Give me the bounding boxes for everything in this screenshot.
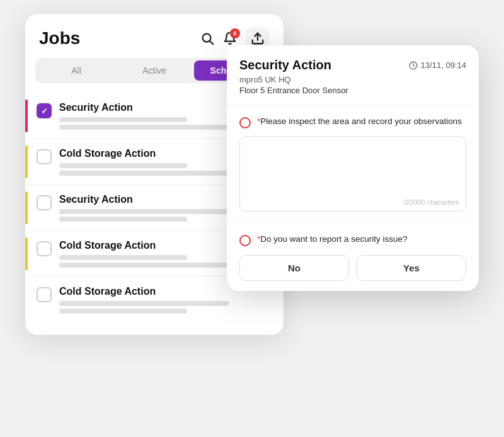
detail-title-row: Security Action 13/11, 09:14 bbox=[239, 58, 466, 72]
detail-sublocation: Floor 5 Entrance Door Sensor bbox=[239, 86, 466, 95]
question-section-1: *Please inspect the area and record your… bbox=[227, 105, 479, 222]
search-icon bbox=[200, 31, 214, 45]
job-line bbox=[59, 263, 229, 268]
job-line bbox=[59, 163, 187, 168]
notification-button[interactable]: 6 bbox=[223, 31, 237, 45]
job-checkbox[interactable] bbox=[37, 241, 52, 256]
radio-circle-1[interactable] bbox=[239, 117, 251, 128]
question-section-2: *Do you want to report a security issue?… bbox=[227, 222, 479, 291]
detail-time: 13/11, 09:14 bbox=[409, 60, 466, 70]
detail-location: mpro5 UK HQ bbox=[239, 75, 466, 84]
jobs-title: Jobs bbox=[39, 28, 80, 48]
job-lines bbox=[59, 301, 272, 314]
job-line bbox=[59, 125, 229, 130]
clock-icon bbox=[409, 61, 418, 70]
detail-body: *Please inspect the area and record your… bbox=[227, 105, 479, 291]
time-value: 13/11, 09:14 bbox=[421, 60, 466, 70]
tab-all[interactable]: All bbox=[38, 60, 115, 81]
job-line bbox=[59, 209, 229, 214]
job-checkbox[interactable] bbox=[37, 195, 52, 210]
notification-badge: 6 bbox=[230, 28, 240, 38]
job-line bbox=[59, 217, 187, 222]
job-checkbox[interactable] bbox=[37, 149, 52, 164]
detail-header: Security Action 13/11, 09:14 mpro5 UK HQ… bbox=[227, 45, 479, 105]
no-button[interactable]: No bbox=[239, 255, 349, 281]
question-text-2: *Do you want to report a security issue? bbox=[257, 234, 408, 246]
char-count: 0/2000 characters bbox=[404, 198, 459, 206]
upload-icon bbox=[251, 31, 265, 45]
job-checkbox[interactable] bbox=[37, 103, 52, 118]
job-checkbox[interactable] bbox=[37, 287, 52, 302]
yes-no-row: No Yes bbox=[239, 255, 466, 281]
job-line bbox=[59, 309, 187, 314]
question-row: *Please inspect the area and record your… bbox=[239, 116, 466, 128]
detail-panel: Security Action 13/11, 09:14 mpro5 UK HQ… bbox=[227, 45, 479, 291]
question-row-2: *Do you want to report a security issue? bbox=[239, 234, 466, 246]
detail-title: Security Action bbox=[239, 58, 331, 72]
job-line bbox=[59, 255, 187, 260]
search-button[interactable] bbox=[200, 31, 214, 45]
job-line bbox=[59, 301, 229, 306]
yes-button[interactable]: Yes bbox=[357, 255, 466, 281]
job-line bbox=[59, 171, 251, 176]
tab-active[interactable]: Active bbox=[116, 60, 193, 81]
text-area-wrapper: 0/2000 characters bbox=[239, 136, 466, 212]
svg-line-1 bbox=[210, 41, 213, 44]
job-line bbox=[59, 117, 187, 122]
radio-circle-2[interactable] bbox=[239, 235, 251, 246]
question-text-1: *Please inspect the area and record your… bbox=[257, 116, 462, 128]
